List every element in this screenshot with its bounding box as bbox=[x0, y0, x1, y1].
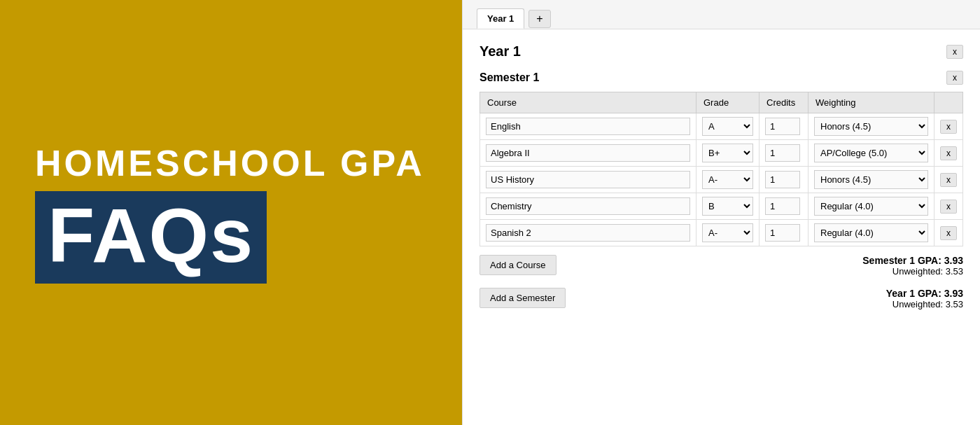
grade-select[interactable]: AA-B+BB-C+CC-DF bbox=[702, 117, 753, 136]
course-name-input[interactable] bbox=[486, 224, 690, 242]
col-credits: Credits bbox=[760, 92, 808, 113]
weighting-select[interactable]: Regular (4.0)Honors (4.5)AP/College (5.0… bbox=[814, 170, 928, 189]
tab-year1[interactable]: Year 1 bbox=[477, 8, 524, 29]
right-panel: Year 1 + Year 1 x Semester 1 x Cours bbox=[462, 0, 980, 425]
add-semester-button[interactable]: Add a Semester bbox=[479, 288, 566, 308]
remove-course-button[interactable]: x bbox=[940, 226, 957, 240]
remove-course-button[interactable]: x bbox=[940, 173, 957, 187]
left-panel: HOMESCHOOL GPA FAQs bbox=[0, 0, 462, 425]
table-row: AA-B+BB-C+CC-DFRegular (4.0)Honors (4.5)… bbox=[480, 220, 963, 246]
year-gpa-weighted: Year 1 GPA: 3.93 bbox=[886, 288, 963, 299]
content-area: Year 1 x Semester 1 x Course Grade Credi… bbox=[463, 29, 980, 337]
credits-input[interactable] bbox=[765, 144, 800, 162]
credits-input[interactable] bbox=[765, 224, 800, 242]
faqs-title: FAQs bbox=[48, 197, 254, 274]
col-course: Course bbox=[480, 92, 696, 113]
col-weighting: Weighting bbox=[808, 92, 934, 113]
year-title: Year 1 bbox=[479, 43, 521, 60]
semester-gpa-weighted: Semester 1 GPA: 3.93 bbox=[862, 255, 963, 266]
course-name-input[interactable] bbox=[486, 197, 690, 215]
semester-section: Semester 1 x Course Grade Credits Weight… bbox=[479, 71, 963, 277]
year-header: Year 1 x bbox=[479, 43, 963, 60]
grade-select[interactable]: AA-B+BB-C+CC-DF bbox=[702, 170, 753, 189]
table-row: AA-B+BB-C+CC-DFRegular (4.0)Honors (4.5)… bbox=[480, 193, 963, 220]
table-row: AA-B+BB-C+CC-DFRegular (4.0)Honors (4.5)… bbox=[480, 113, 963, 140]
course-table: Course Grade Credits Weighting AA-B+BB-C… bbox=[479, 92, 963, 246]
weighting-select[interactable]: Regular (4.0)Honors (4.5)AP/College (5.0… bbox=[814, 223, 928, 242]
remove-course-button[interactable]: x bbox=[940, 120, 957, 134]
year-section: Year 1 x Semester 1 x Course Grade Credi… bbox=[479, 43, 963, 309]
semester-gpa-summary: Semester 1 GPA: 3.93 Unweighted: 3.53 bbox=[862, 255, 963, 277]
remove-course-button[interactable]: x bbox=[940, 146, 957, 160]
course-name-input[interactable] bbox=[486, 171, 690, 188]
course-name-input[interactable] bbox=[486, 118, 690, 135]
semester-header: Semester 1 x bbox=[479, 71, 963, 85]
add-semester-row: Add a Semester Year 1 GPA: 3.93 Unweight… bbox=[479, 288, 963, 309]
action-row: Add a Course Semester 1 GPA: 3.93 Unweig… bbox=[479, 255, 963, 277]
remove-course-button[interactable]: x bbox=[940, 200, 957, 214]
tab-bar: Year 1 + bbox=[463, 0, 980, 29]
tab-add[interactable]: + bbox=[528, 10, 550, 28]
table-row: AA-B+BB-C+CC-DFRegular (4.0)Honors (4.5)… bbox=[480, 167, 963, 193]
close-year-button[interactable]: x bbox=[946, 45, 963, 59]
semester-title: Semester 1 bbox=[479, 71, 539, 84]
year-gpa-summary: Year 1 GPA: 3.93 Unweighted: 3.53 bbox=[886, 288, 963, 309]
weighting-select[interactable]: Regular (4.0)Honors (4.5)AP/College (5.0… bbox=[814, 197, 928, 216]
grade-select[interactable]: AA-B+BB-C+CC-DF bbox=[702, 144, 753, 162]
credits-input[interactable] bbox=[765, 118, 800, 135]
add-course-button[interactable]: Add a Course bbox=[479, 255, 556, 275]
col-grade: Grade bbox=[696, 92, 760, 113]
close-semester-button[interactable]: x bbox=[946, 71, 963, 85]
grade-select[interactable]: AA-B+BB-C+CC-DF bbox=[702, 197, 753, 216]
col-action bbox=[934, 92, 963, 113]
credits-input[interactable] bbox=[765, 197, 800, 215]
table-row: AA-B+BB-C+CC-DFRegular (4.0)Honors (4.5)… bbox=[480, 140, 963, 167]
credits-input[interactable] bbox=[765, 171, 800, 188]
semester-gpa-unweighted: Unweighted: 3.53 bbox=[862, 266, 963, 277]
weighting-select[interactable]: Regular (4.0)Honors (4.5)AP/College (5.0… bbox=[814, 117, 928, 136]
weighting-select[interactable]: Regular (4.0)Honors (4.5)AP/College (5.0… bbox=[814, 144, 928, 162]
year-gpa-unweighted: Unweighted: 3.53 bbox=[886, 299, 963, 309]
course-name-input[interactable] bbox=[486, 144, 690, 162]
grade-select[interactable]: AA-B+BB-C+CC-DF bbox=[702, 223, 753, 242]
faqs-wrapper: FAQs bbox=[35, 191, 267, 284]
main-title: HOMESCHOOL GPA bbox=[35, 142, 425, 184]
